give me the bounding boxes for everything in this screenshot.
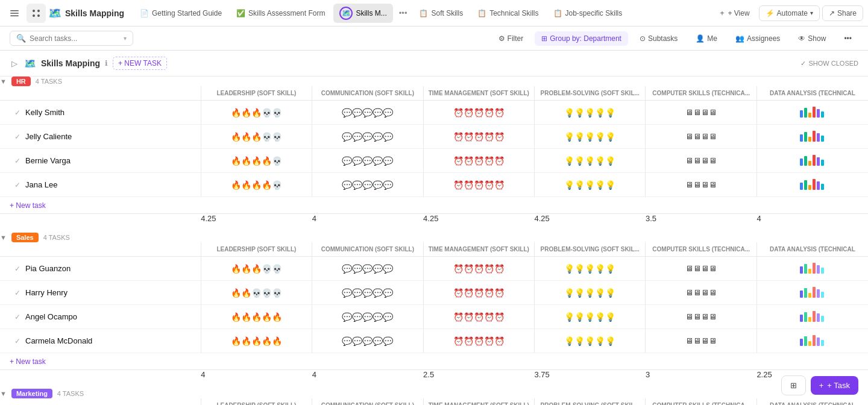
new-task-link[interactable]: + New task bbox=[10, 201, 46, 210]
add-task-button[interactable]: + + Task bbox=[811, 376, 858, 395]
group-collapse-icon[interactable]: ▼ bbox=[0, 234, 7, 241]
problem-cell[interactable]: 💡💡💡💡💡 bbox=[535, 173, 646, 197]
computer-cell[interactable]: 🖥🖥🖥🖥 bbox=[646, 101, 756, 125]
group-collapse-icon[interactable]: ▼ bbox=[0, 78, 7, 85]
data-cell[interactable] bbox=[756, 101, 868, 125]
computer-cell[interactable]: 🖥🖥🖥🖥 bbox=[646, 329, 756, 353]
computer-cell[interactable]: 🖥🖥🖥🖥 bbox=[646, 173, 756, 197]
tab-soft-skills[interactable]: 📋 Soft Skills bbox=[413, 6, 469, 20]
communication-cell[interactable]: 💬💬💬💬💬 bbox=[312, 173, 423, 197]
show-button[interactable]: 👁 Show bbox=[791, 31, 832, 46]
problem-cell[interactable]: 💡💡💡💡💡 bbox=[535, 101, 646, 125]
table-row[interactable]: ✓ Harry Henry 🔥🔥💀💀💀 💬💬💬💬💬 ⏰⏰⏰⏰⏰ 💡💡💡💡💡 🖥🖥… bbox=[0, 281, 868, 305]
data-cell[interactable] bbox=[756, 281, 868, 305]
table-row[interactable]: ✓ Carmela McDonald 🔥🔥🔥🔥🔥 💬💬💬💬💬 ⏰⏰⏰⏰⏰ 💡💡💡… bbox=[0, 329, 868, 353]
communication-cell[interactable]: 💬💬💬💬💬 bbox=[312, 329, 423, 353]
computer-cell[interactable]: 🖥🖥🖥🖥 bbox=[646, 281, 756, 305]
apps-button[interactable] bbox=[27, 4, 46, 23]
time-cell[interactable]: ⏰⏰⏰⏰⏰ bbox=[423, 125, 534, 149]
communication-cell[interactable]: 💬💬💬💬💬 bbox=[312, 281, 423, 305]
group-by-button[interactable]: ⊞ Group by: Department bbox=[535, 31, 628, 46]
communication-cell[interactable]: 💬💬💬💬💬 bbox=[312, 305, 423, 329]
table-row[interactable]: ✓ Jelly Caliente 🔥🔥🔥💀💀 💬💬💬💬💬 ⏰⏰⏰⏰⏰ 💡💡💡💡💡… bbox=[0, 125, 868, 149]
table-row[interactable]: ✓ Bernie Varga 🔥🔥🔥🔥💀 💬💬💬💬💬 ⏰⏰⏰⏰⏰ 💡💡💡💡💡 🖥… bbox=[0, 149, 868, 173]
share-button[interactable]: ↗ Share bbox=[822, 5, 863, 21]
data-cell[interactable] bbox=[756, 257, 868, 281]
menu-button[interactable] bbox=[5, 4, 24, 23]
table-row[interactable]: ✓ Pia Guanzon 🔥🔥🔥💀💀 💬💬💬💬💬 ⏰⏰⏰⏰⏰ 💡💡💡💡💡 🖥🖥… bbox=[0, 257, 868, 281]
col-header-data: DATA ANALYSIS (TECHNICAL bbox=[756, 86, 868, 101]
automate-button[interactable]: ⚡ Automate ▾ bbox=[759, 5, 820, 21]
col-header-name bbox=[0, 86, 201, 101]
computer-cell[interactable]: 🖥🖥🖥🖥 bbox=[646, 257, 756, 281]
time-cell[interactable]: ⏰⏰⏰⏰⏰ bbox=[423, 329, 534, 353]
time-cell[interactable]: ⏰⏰⏰⏰⏰ bbox=[423, 281, 534, 305]
group-icon: ⊞ bbox=[541, 34, 547, 43]
data-cell[interactable] bbox=[756, 305, 868, 329]
problem-cell[interactable]: 💡💡💡💡💡 bbox=[535, 329, 646, 353]
tab-technical-skills[interactable]: 📋 Technical Skills bbox=[471, 6, 544, 20]
problem-cell[interactable]: 💡💡💡💡💡 bbox=[535, 125, 646, 149]
computer-cell[interactable]: 🖥🖥🖥🖥 bbox=[646, 125, 756, 149]
subtasks-button[interactable]: ⊙ Subtasks bbox=[633, 31, 684, 46]
task-name-cell: ✓ Jana Lee bbox=[0, 173, 201, 197]
tab-assessment[interactable]: ✅ Skills Assessment Form bbox=[230, 6, 331, 20]
tab-getting-started[interactable]: 📄 Getting Started Guide bbox=[134, 6, 228, 20]
me-button[interactable]: 👤 Me bbox=[689, 31, 724, 46]
group-header-cell: ▼ Marketing 4 TASKS bbox=[0, 389, 868, 398]
leadership-cell[interactable]: 🔥🔥🔥🔥💀 bbox=[201, 173, 312, 197]
data-cell[interactable] bbox=[756, 149, 868, 173]
time-cell[interactable]: ⏰⏰⏰⏰⏰ bbox=[423, 149, 534, 173]
problem-cell[interactable]: 💡💡💡💡💡 bbox=[535, 257, 646, 281]
time-cell[interactable]: ⏰⏰⏰⏰⏰ bbox=[423, 173, 534, 197]
leadership-cell[interactable]: 🔥🔥🔥💀💀 bbox=[201, 125, 312, 149]
task-name: Angel Ocampo bbox=[25, 312, 77, 321]
table-view-button[interactable]: ⊞ bbox=[781, 375, 806, 395]
search-input[interactable] bbox=[30, 34, 120, 43]
tab-skills-m[interactable]: 🗺️ Skills M... bbox=[333, 4, 392, 23]
more-options-button[interactable]: ••• bbox=[837, 31, 858, 46]
assignees-button[interactable]: 👥 Assignees bbox=[729, 31, 787, 46]
table-row[interactable]: ✓ Jana Lee 🔥🔥🔥🔥💀 💬💬💬💬💬 ⏰⏰⏰⏰⏰ 💡💡💡💡💡 🖥🖥🖥🖥 bbox=[0, 173, 868, 197]
filter-button[interactable]: ⚙ Filter bbox=[492, 31, 530, 46]
computer-cell[interactable]: 🖥🖥🖥🖥 bbox=[646, 305, 756, 329]
data-cell[interactable] bbox=[756, 173, 868, 197]
leadership-cell[interactable]: 🔥🔥🔥💀💀 bbox=[201, 101, 312, 125]
more-tabs-button[interactable]: ••• bbox=[395, 5, 411, 20]
communication-cell[interactable]: 💬💬💬💬💬 bbox=[312, 125, 423, 149]
leadership-cell[interactable]: 🔥🔥🔥🔥🔥 bbox=[201, 305, 312, 329]
show-closed-button[interactable]: ✓ SHOW CLOSED bbox=[800, 60, 858, 68]
search-bar[interactable]: 🔍 ▾ bbox=[10, 31, 133, 46]
leadership-cell[interactable]: 🔥🔥💀💀💀 bbox=[201, 281, 312, 305]
list-collapse-button[interactable]: ▷ bbox=[10, 58, 19, 68]
problem-cell[interactable]: 💡💡💡💡💡 bbox=[535, 281, 646, 305]
tab-job-specific[interactable]: 📋 Job-specific Skills bbox=[547, 6, 629, 20]
time-cell[interactable]: ⏰⏰⏰⏰⏰ bbox=[423, 257, 534, 281]
leadership-cell[interactable]: 🔥🔥🔥🔥🔥 bbox=[201, 329, 312, 353]
table-row[interactable]: ✓ Angel Ocampo 🔥🔥🔥🔥🔥 💬💬💬💬💬 ⏰⏰⏰⏰⏰ 💡💡💡💡💡 🖥… bbox=[0, 305, 868, 329]
data-cell[interactable] bbox=[756, 125, 868, 149]
problem-cell[interactable]: 💡💡💡💡💡 bbox=[535, 305, 646, 329]
data-cell[interactable] bbox=[756, 329, 868, 353]
leadership-cell[interactable]: 🔥🔥🔥💀💀 bbox=[201, 257, 312, 281]
communication-cell[interactable]: 💬💬💬💬💬 bbox=[312, 149, 423, 173]
problem-cell[interactable]: 💡💡💡💡💡 bbox=[535, 149, 646, 173]
view-button[interactable]: + + View bbox=[713, 5, 756, 21]
time-cell[interactable]: ⏰⏰⏰⏰⏰ bbox=[423, 101, 534, 125]
new-task-row[interactable]: + New task bbox=[0, 197, 868, 214]
new-task-link[interactable]: + New task bbox=[10, 357, 46, 366]
communication-cell[interactable]: 💬💬💬💬💬 bbox=[312, 257, 423, 281]
group-header-row: ▼ Sales 4 TASKS bbox=[0, 233, 868, 242]
new-task-row[interactable]: + New task bbox=[0, 353, 868, 370]
svg-rect-14 bbox=[804, 132, 807, 142]
table-row[interactable]: ✓ Kelly Smith 🔥🔥🔥💀💀 💬💬💬💬💬 ⏰⏰⏰⏰⏰ 💡💡💡💡💡 🖥🖥… bbox=[0, 101, 868, 125]
list-info-button[interactable]: ℹ bbox=[105, 59, 108, 68]
group-header-cell: ▼ HR 4 TASKS bbox=[0, 77, 868, 86]
computer-cell[interactable]: 🖥🖥🖥🖥 bbox=[646, 149, 756, 173]
group-collapse-icon[interactable]: ▼ bbox=[0, 390, 7, 397]
communication-cell[interactable]: 💬💬💬💬💬 bbox=[312, 101, 423, 125]
new-task-button[interactable]: + NEW TASK bbox=[113, 57, 167, 70]
task-name-cell: ✓ Pia Guanzon bbox=[0, 257, 201, 281]
leadership-cell[interactable]: 🔥🔥🔥🔥💀 bbox=[201, 149, 312, 173]
time-cell[interactable]: ⏰⏰⏰⏰⏰ bbox=[423, 305, 534, 329]
